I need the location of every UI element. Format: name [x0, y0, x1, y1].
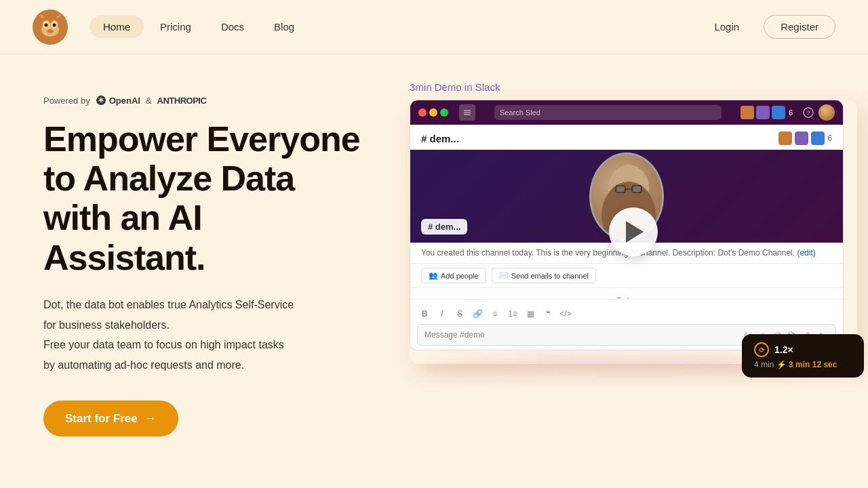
input-placeholder: Message #demo: [425, 330, 485, 340]
input-toolbar: B I S 🔗 ≡ 1≡ ▦ ❝ </>: [417, 304, 836, 324]
member-avatar-3: [811, 131, 825, 145]
strikethrough-button[interactable]: S: [452, 306, 467, 321]
hero-desc-2: for business stakeholders.: [43, 317, 369, 334]
hero-desc-1: Dot, the data bot enables true Analytics…: [43, 296, 369, 314]
play-button[interactable]: [609, 207, 658, 256]
nav-right: Login Register: [698, 15, 835, 39]
slack-search-bar[interactable]: Search Sled: [494, 105, 722, 120]
quote-button[interactable]: ❝: [540, 306, 555, 321]
speed-lightning: ⚡: [776, 360, 789, 369]
powered-by: Powered by OpenAI & ANTHROPIC: [43, 95, 369, 106]
send-emails-button[interactable]: ✉️ Send emails to channel: [492, 268, 596, 283]
speed-bottom: 4 min ⚡ 3 min 12 sec: [754, 360, 852, 369]
svg-point-20: [617, 186, 624, 192]
speed-indicator: ⟳ 1.2× 4 min ⚡ 3 min 12 sec: [742, 334, 864, 378]
nav-blog[interactable]: Blog: [260, 16, 308, 38]
member-avatar-2: [795, 131, 808, 145]
speed-reduced-time: 3 min 12 sec: [789, 360, 837, 369]
member-count: 6: [827, 134, 832, 143]
member-avatar-1: [778, 131, 792, 145]
start-arrow: →: [144, 411, 157, 426]
messages-area: Today D Dot APP 15:22: [410, 288, 843, 299]
hero-desc-3: Free your data team to focus on high imp…: [43, 336, 369, 354]
hero-description: Dot, the data bot enables true Analytics…: [43, 296, 369, 373]
nav-pricing[interactable]: Pricing: [146, 16, 205, 38]
svg-text:?: ?: [806, 110, 810, 117]
and-text: &: [146, 96, 152, 106]
nav-home[interactable]: Home: [90, 16, 144, 38]
send-emails-icon: ✉️: [499, 271, 509, 280]
logo[interactable]: [33, 9, 68, 45]
slack-header: Search Sled 6 ?: [410, 100, 843, 125]
main-content: Powered by OpenAI & ANTHROPIC Empower Ev…: [0, 54, 868, 436]
add-people-button[interactable]: 👥 Add people: [421, 268, 486, 283]
slack-header-icons: 6 ?: [741, 104, 835, 121]
speed-value: 1.2×: [774, 344, 793, 355]
start-label: Start for Free: [65, 412, 138, 426]
today-divider: Today: [421, 296, 832, 299]
hero-right: 3min Demo in Slack Search Sled: [410, 81, 857, 364]
nav-docs[interactable]: Docs: [208, 16, 258, 38]
svg-point-4: [45, 23, 48, 26]
nav-links: Home Pricing Docs Blog: [90, 16, 698, 38]
svg-point-11: [49, 28, 52, 30]
list-button[interactable]: ≡: [488, 306, 502, 321]
hero-desc-4: by automating ad-hoc requests and more.: [43, 357, 369, 374]
navbar: Home Pricing Docs Blog Login Register: [0, 0, 868, 54]
login-button[interactable]: Login: [698, 16, 755, 38]
channel-members: 6: [778, 131, 832, 145]
bold-button[interactable]: B: [417, 306, 432, 321]
table-button[interactable]: ▦: [523, 306, 538, 321]
link-button[interactable]: 🔗: [470, 306, 485, 321]
code-button[interactable]: </>: [558, 306, 573, 321]
slack-search-text: Search Sled: [500, 108, 540, 117]
register-button[interactable]: Register: [764, 15, 835, 39]
channel-header: # dem... 6: [410, 125, 843, 150]
hero-left: Powered by OpenAI & ANTHROPIC Empower Ev…: [43, 81, 369, 436]
add-people-icon: 👥: [429, 271, 438, 280]
speed-original-time: 4 min: [754, 360, 774, 369]
hero-title: Empower Everyone to Analyze Data with an…: [43, 119, 369, 277]
svg-point-21: [633, 186, 640, 192]
channel-badge-text: # dem...: [428, 222, 460, 232]
anthropic-logo: ANTHROPIC: [157, 96, 207, 106]
speed-top: ⟳ 1.2×: [754, 342, 852, 357]
italic-button[interactable]: I: [435, 306, 450, 321]
start-for-free-button[interactable]: Start for Free →: [43, 401, 178, 436]
channel-badge: # dem...: [421, 219, 467, 235]
speed-icon: ⟳: [754, 342, 769, 357]
video-container: Search Sled 6 ?: [410, 100, 857, 364]
channel-action-buttons: 👥 Add people ✉️ Send emails to channel: [410, 264, 843, 288]
openai-logo: OpenAI: [96, 95, 140, 106]
play-icon: [626, 221, 644, 243]
channel-name: # dem...: [421, 133, 459, 144]
demo-label: 3min Demo in Slack: [410, 81, 857, 93]
svg-point-5: [53, 23, 56, 26]
powered-by-text: Powered by: [43, 96, 90, 106]
ordered-list-button[interactable]: 1≡: [505, 306, 520, 321]
